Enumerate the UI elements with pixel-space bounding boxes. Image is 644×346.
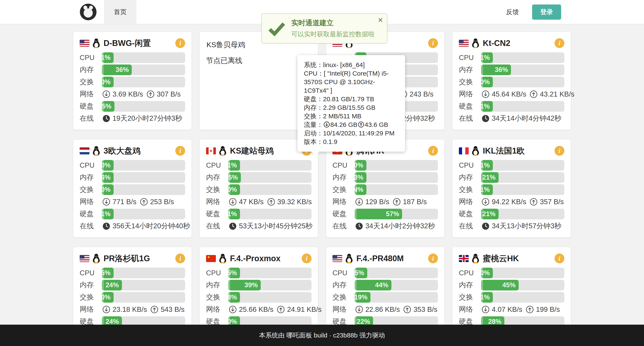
card-title-row: 3欧大盘鸡 i xyxy=(80,144,185,157)
cpu-bar: 0% xyxy=(481,268,564,278)
download-arrow-icon xyxy=(102,198,110,206)
info-icon[interactable]: i xyxy=(428,146,438,156)
cpu-bar: 1% xyxy=(481,52,564,63)
memory-value: 39% xyxy=(244,281,258,289)
linux-penguin-icon xyxy=(218,146,227,156)
info-icon[interactable]: i xyxy=(175,146,185,156)
uptime-value: 34天14小时2分钟32秒 xyxy=(355,221,438,231)
memory-label: 内存 xyxy=(459,172,481,182)
cpu-label: CPU xyxy=(80,161,102,169)
cpu-bar: 0% xyxy=(102,160,185,171)
disk-label: 硬盘 xyxy=(80,102,102,111)
clock-icon xyxy=(482,114,490,122)
memory-label: 内存 xyxy=(206,172,228,182)
memory-bar-fill: 21% xyxy=(481,172,498,183)
swap-bar: 0% xyxy=(102,184,185,195)
server-card: Kt-CN2 i CPU 1% 内存 36% 交换 0% 网络 xyxy=(452,32,571,130)
feedback-link[interactable]: 反馈 xyxy=(506,8,519,16)
memory-value: 45% xyxy=(502,281,516,289)
cpu-row: CPU 1% xyxy=(80,52,185,64)
country-flag-icon xyxy=(206,147,216,154)
info-icon[interactable]: i xyxy=(428,38,438,48)
uptime-label: 在线 xyxy=(80,221,102,231)
tab-home[interactable]: 首页 xyxy=(104,0,136,24)
login-button[interactable]: 登录 xyxy=(532,4,561,20)
network-value: 94.22 KB/s 357 B/s xyxy=(481,198,564,206)
swap-row: 交换 19% xyxy=(332,291,438,303)
disk-label: 硬盘 xyxy=(80,209,102,219)
info-icon[interactable]: i xyxy=(554,38,564,48)
cpu-label: CPU xyxy=(332,269,355,277)
swap-bar: 1% xyxy=(481,184,564,195)
uptime-text: 19天20小时27分钟3秒 xyxy=(112,114,182,123)
swap-bar: 0% xyxy=(102,77,185,87)
network-value: 47 KB/s 39.32 KB/s xyxy=(228,198,312,206)
swap-value: NaN% xyxy=(355,186,364,194)
disk-bar: 15% xyxy=(102,101,185,112)
footer-bar: 本系统由 哪吒面板 build · c23b88b 强力驱动 xyxy=(0,325,644,346)
swap-label: 交换 xyxy=(206,292,228,302)
network-label: 网络 xyxy=(332,197,355,206)
cpu-row: CPU 1% xyxy=(206,159,312,171)
info-icon[interactable]: i xyxy=(428,254,438,263)
clock-icon xyxy=(229,222,237,230)
memory-bar: 21% xyxy=(481,172,564,183)
cpu-value: 1% xyxy=(481,162,490,169)
network-value: 22.86 KB/s 353 B/s xyxy=(355,306,438,314)
disk-bar-fill: 1% xyxy=(228,209,240,219)
memory-label: 内存 xyxy=(80,65,102,74)
info-icon[interactable]: i xyxy=(554,254,564,263)
disk-bar: 11% xyxy=(481,101,564,112)
memory-row: 内存 36% xyxy=(80,64,185,76)
uptime-value: 53天13小时45分钟25秒 xyxy=(228,221,312,231)
info-icon[interactable]: i xyxy=(175,254,185,263)
swap-value: 0% xyxy=(481,78,490,86)
server-name: Kt-CN2 xyxy=(483,39,552,48)
network-label: 网络 xyxy=(206,304,228,314)
upload-arrow-icon xyxy=(393,198,401,206)
disk-label: 硬盘 xyxy=(332,209,355,219)
network-label: 网络 xyxy=(459,304,481,314)
tooltip-boot-line: 启动：10/14/2020, 11:49:29 PM xyxy=(304,129,399,138)
uptime-label: 在线 xyxy=(459,114,481,123)
disk-value: 57% xyxy=(386,210,399,218)
uptime-label: 在线 xyxy=(206,221,228,231)
cpu-bar-fill: 1% xyxy=(228,160,240,171)
disk-bar-fill: 57% xyxy=(355,209,402,219)
network-up-value: 543 B/s xyxy=(160,306,184,314)
swap-bar: 1% xyxy=(481,292,564,303)
network-down-value: 22.86 KB/s xyxy=(365,306,400,314)
upload-arrow-icon xyxy=(530,90,538,98)
disk-row: 硬盘 11% xyxy=(459,100,564,112)
linux-penguin-icon xyxy=(345,253,354,264)
swap-bar: 19% xyxy=(355,292,438,303)
cpu-bar-fill: 15% xyxy=(355,268,367,278)
server-name: 3欧大盘鸡 xyxy=(104,146,173,156)
memory-label: 内存 xyxy=(459,280,481,290)
server-name: 蜜桃云HK xyxy=(483,253,552,264)
disk-value: 22% xyxy=(357,318,370,326)
country-flag-icon xyxy=(459,147,469,154)
swap-bar: 0% xyxy=(228,184,312,195)
toast-close-icon[interactable]: × xyxy=(378,16,383,24)
info-icon[interactable]: i xyxy=(175,38,185,48)
server-name: KS建站母鸡 xyxy=(230,146,299,156)
network-up-value: 199 B/s xyxy=(536,306,560,314)
info-icon[interactable]: i xyxy=(302,254,312,263)
memory-bar-fill: 36% xyxy=(102,64,132,75)
cpu-bar-fill: 1% xyxy=(102,52,114,63)
network-up-value: 243 B/s xyxy=(410,90,434,98)
cpu-bar: 0% xyxy=(355,160,438,171)
cpu-bar: 1% xyxy=(481,160,564,171)
footer-powered-by-text: 本系统由 哪吒面板 build · c23b88b 强力驱动 xyxy=(259,331,385,340)
uptime-text: 34天14小时4分钟42秒 xyxy=(492,114,561,123)
network-label: 网络 xyxy=(80,197,102,206)
memory-row: 内存 36% xyxy=(459,64,564,76)
swap-label: 交换 xyxy=(459,292,481,302)
swap-bar-fill: 0% xyxy=(102,77,114,87)
network-down-value: 4.07 KB/s xyxy=(492,306,522,314)
info-icon[interactable]: i xyxy=(554,146,564,156)
swap-bar-fill: 1% xyxy=(481,184,493,195)
site-logo[interactable] xyxy=(80,4,96,20)
cpu-value: 0% xyxy=(481,269,490,277)
